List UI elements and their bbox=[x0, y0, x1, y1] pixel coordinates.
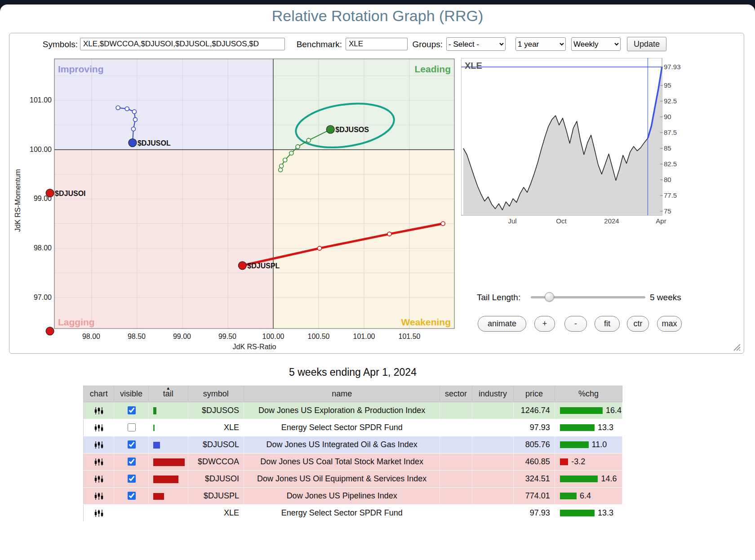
svg-text:80: 80 bbox=[664, 176, 671, 183]
svg-text:$DJUSOL: $DJUSOL bbox=[138, 139, 171, 147]
symbol-cell: $DJUSPL bbox=[188, 488, 244, 505]
pct-chg-value: 6.4 bbox=[580, 491, 591, 501]
svg-text:Apr: Apr bbox=[656, 217, 666, 225]
groups-select[interactable]: - Select - bbox=[446, 37, 506, 51]
tail-swatch bbox=[153, 458, 185, 466]
pct-chg-value: -3.2 bbox=[571, 457, 585, 467]
symbols-table-wrapper: chart visible ▲tail symbol name sector i… bbox=[0, 386, 706, 522]
animate-button[interactable]: animate bbox=[478, 316, 526, 332]
sector-cell bbox=[440, 488, 472, 505]
header-tail[interactable]: ▲tail bbox=[148, 386, 188, 402]
visible-cell bbox=[114, 453, 148, 471]
price-x-tick-labels: JulOct2024Apr bbox=[508, 217, 666, 225]
table-row: $DJUSPL Dow Jones US Pipelines Index 774… bbox=[84, 488, 622, 505]
header-price[interactable]: price bbox=[514, 386, 555, 402]
tail-length-label: Tail Length: bbox=[477, 291, 520, 304]
rrg-chart[interactable]: Improving Leading Lagging Weakening 98.0… bbox=[14, 57, 459, 353]
svg-text:$DJUSOI: $DJUSOI bbox=[55, 190, 85, 197]
svg-text:100.00: 100.00 bbox=[262, 333, 284, 340]
header-visible[interactable]: visible bbox=[114, 386, 148, 402]
update-button[interactable]: Update bbox=[627, 37, 666, 51]
rrg-x-axis-title: JdK RS-Ratio bbox=[233, 343, 276, 351]
tail-length-slider-thumb[interactable] bbox=[545, 292, 554, 302]
visible-checkbox[interactable] bbox=[128, 458, 136, 466]
visible-cell bbox=[114, 436, 148, 453]
resize-grip-icon[interactable] bbox=[730, 341, 741, 351]
fit-button[interactable]: fit bbox=[595, 316, 620, 332]
symbols-input[interactable] bbox=[80, 38, 285, 50]
pct-chg-value: 13.3 bbox=[598, 508, 613, 518]
industry-cell bbox=[472, 488, 513, 505]
svg-text:Oct: Oct bbox=[556, 217, 567, 225]
candlestick-chart-icon[interactable] bbox=[94, 510, 104, 517]
rrg-quadrant-backgrounds bbox=[54, 59, 454, 329]
visible-checkbox[interactable] bbox=[128, 492, 136, 500]
candlestick-chart-icon[interactable] bbox=[94, 407, 104, 414]
header-industry[interactable]: industry bbox=[472, 386, 513, 402]
sector-cell bbox=[440, 505, 472, 522]
svg-text:87.5: 87.5 bbox=[664, 129, 677, 136]
price-y-tick-labels: 97.939592.59087.58582.58077.575 bbox=[660, 63, 681, 215]
visible-cell bbox=[114, 505, 148, 522]
candlestick-chart-icon[interactable] bbox=[94, 424, 104, 431]
sector-cell bbox=[440, 402, 472, 419]
visible-cell bbox=[114, 471, 148, 488]
candlestick-chart-icon[interactable] bbox=[94, 476, 104, 483]
tail-cell bbox=[148, 488, 188, 505]
header-sector[interactable]: sector bbox=[440, 386, 472, 402]
price-cell: 1246.74 bbox=[514, 402, 555, 419]
pct-chg-bar bbox=[560, 424, 595, 431]
symbol-cell: $DJUSOS bbox=[188, 402, 244, 419]
benchmark-input[interactable] bbox=[346, 38, 408, 50]
max-button[interactable]: max bbox=[657, 316, 682, 332]
zoom-out-button[interactable]: - bbox=[564, 316, 587, 332]
pct-chg-bar bbox=[560, 441, 589, 448]
candlestick-chart-icon[interactable] bbox=[94, 441, 104, 449]
benchmark-price-chart[interactable]: XLE 97.939592.59087.58582.58077.575 JulO… bbox=[461, 58, 688, 228]
name-cell: Dow Jones US Pipelines Index bbox=[244, 488, 440, 505]
symbol-cell: $DWCCOA bbox=[188, 453, 244, 471]
sort-ascending-icon: ▲ bbox=[166, 386, 170, 391]
price-cell: 774.01 bbox=[514, 488, 555, 505]
rrg-x-tick-labels: 98.00 98.50 99.00 99.50 100.00 100.50 10… bbox=[82, 333, 421, 340]
period-select[interactable]: 1 year bbox=[515, 37, 566, 51]
tail-swatch bbox=[153, 407, 156, 414]
table-row: $DJUSOI Dow Jones US Oil Equipment & Ser… bbox=[84, 471, 622, 488]
candlestick-chart-icon[interactable] bbox=[94, 458, 104, 466]
name-cell: Dow Jones US Exploration & Production In… bbox=[244, 402, 440, 419]
pct-chg-bar bbox=[560, 407, 603, 414]
svg-text:$DJUSPL: $DJUSPL bbox=[247, 262, 280, 270]
visible-checkbox[interactable] bbox=[128, 406, 136, 414]
svg-text:Jul: Jul bbox=[508, 217, 516, 225]
header-name[interactable]: name bbox=[244, 386, 440, 402]
visible-cell bbox=[114, 402, 148, 419]
frequency-select[interactable]: Weekly bbox=[571, 37, 621, 51]
table-row: XLE Energy Select Sector SPDR Fund 97.93… bbox=[84, 505, 622, 522]
visible-checkbox[interactable] bbox=[128, 440, 136, 449]
price-cell: 460.85 bbox=[514, 453, 555, 471]
svg-text:97.93: 97.93 bbox=[664, 63, 681, 71]
pct-chg-cell: 13.3 bbox=[555, 419, 622, 436]
zoom-in-button[interactable]: + bbox=[534, 316, 555, 332]
tail-cell bbox=[148, 436, 188, 453]
tail-swatch bbox=[153, 493, 164, 500]
header-symbol[interactable]: symbol bbox=[188, 386, 244, 402]
quadrant-improving-label: Improving bbox=[58, 64, 104, 74]
svg-text:101.00: 101.00 bbox=[30, 96, 52, 104]
symbols-label: Symbols: bbox=[36, 38, 78, 51]
svg-text:95: 95 bbox=[664, 81, 671, 89]
visible-cell bbox=[114, 419, 148, 436]
header-pct-chg[interactable]: %chg bbox=[555, 386, 622, 402]
quadrant-lagging-label: Lagging bbox=[58, 317, 95, 327]
visible-checkbox[interactable] bbox=[128, 475, 136, 483]
pct-chg-value: 16.4 bbox=[606, 406, 622, 415]
center-button[interactable]: ctr bbox=[627, 316, 649, 332]
svg-text:98.00: 98.00 bbox=[82, 333, 100, 340]
tail-length-slider[interactable] bbox=[531, 296, 645, 298]
candlestick-chart-icon[interactable] bbox=[94, 493, 104, 500]
tail-length-value: 5 weeks bbox=[650, 291, 681, 304]
table-row: XLE Energy Select Sector SPDR Fund 97.93… bbox=[84, 419, 622, 436]
visible-checkbox[interactable] bbox=[128, 423, 136, 431]
sector-cell bbox=[440, 471, 472, 488]
header-chart[interactable]: chart bbox=[84, 386, 114, 402]
